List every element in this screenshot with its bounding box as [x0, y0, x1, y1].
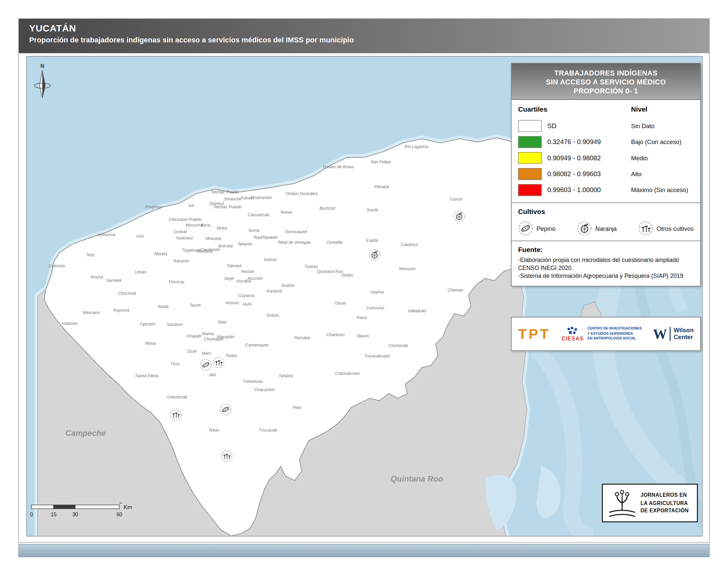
- legend-row: 0.98082 - 0.99603 Alto: [518, 166, 694, 182]
- quartiles-col-header: Cuartiles: [518, 106, 631, 113]
- legend-column-headers: Cuartiles Nivel: [518, 106, 694, 113]
- ciesas-text-line: CENTRO DE INVESTIGACIONES: [587, 327, 642, 332]
- map-label: Kinchil: [91, 274, 104, 279]
- map-label: Cuncunul: [366, 305, 384, 310]
- map-label: Suma: [248, 228, 259, 233]
- map-label: Motul: [217, 225, 227, 230]
- cultivo-item-naranja: Naranja: [577, 221, 617, 236]
- ciesas-icon: [567, 327, 579, 335]
- map-label: Kantunil: [267, 289, 282, 294]
- map-label: Maní: [202, 351, 211, 356]
- legend-body: Cuartiles Nivel SD Sin Dato 0.32476 - 0.…: [512, 100, 700, 286]
- ciesas-glyph: CIESAS: [562, 327, 584, 341]
- map-label: Umán: [135, 269, 146, 274]
- map-label: Panabá: [374, 184, 389, 189]
- map-label: Teya: [253, 235, 262, 240]
- range-label: 0.99603 - 1.00000: [547, 186, 631, 194]
- map-label: Tzucacab: [259, 428, 277, 433]
- wilson-center-logo: W Wilson Center: [653, 326, 694, 342]
- crop-marker-pepino: [201, 360, 211, 370]
- map-label: Sacalum: [167, 322, 183, 327]
- map-label: Valladolid: [408, 308, 426, 313]
- cultivo-label: Otros cultivos: [657, 225, 694, 232]
- ciesas-text: CENTRO DE INVESTIGACIONES Y ESTUDIOS SUP…: [587, 327, 642, 342]
- map-label: Chocholá: [118, 291, 136, 296]
- ciesas-text-line: EN ANTROPOLOGÍA SOCIAL: [587, 337, 642, 342]
- swatch-medio: [518, 152, 542, 164]
- map-label: Buctzotz: [319, 206, 336, 211]
- map-label: Ticul: [170, 361, 180, 366]
- jornaleros-text-line: JORNALEROS EN: [641, 492, 689, 499]
- map-label: Hocabá: [236, 278, 251, 284]
- cultivos-section-title: Cultivos: [518, 208, 694, 215]
- map-label: Yaxkukul: [176, 235, 193, 240]
- map-label: Mocochá: [186, 222, 203, 227]
- map-label: Tekom: [357, 334, 369, 339]
- map-label: Bokobá: [218, 243, 233, 248]
- map-label: San Felipe: [371, 159, 391, 164]
- map-label: Dzitás: [341, 272, 353, 277]
- page: YUCATÁN Proporción de trabajadores indíg…: [0, 0, 728, 563]
- swatch-alto: [518, 168, 542, 180]
- map-label: Tixpéhual: [182, 248, 200, 253]
- map-label: Dzán: [187, 349, 197, 354]
- level-label: Alto: [631, 170, 694, 177]
- map-label: Homún: [225, 301, 239, 305]
- swatch-sd: [518, 120, 542, 132]
- map-label: Teabo: [225, 353, 237, 358]
- map-label: Cenotillo: [326, 240, 343, 245]
- wilson-text: Wilson Center: [674, 327, 694, 341]
- fuente-line: -Elaboración propia con microdatos del c…: [518, 256, 694, 272]
- map-label: Tizimín: [449, 197, 463, 202]
- legend-title: TRABAJADORES INDÍGENAS SIN ACCESO A SERV…: [512, 64, 700, 100]
- level-label: Medio: [631, 154, 694, 161]
- tpt-logo: TPT: [518, 326, 551, 342]
- scalebar-unit: Km: [124, 504, 132, 510]
- map-label: Ixil: [189, 203, 194, 208]
- map-label: Espita: [366, 238, 378, 243]
- map-label: Sucilá: [366, 207, 378, 212]
- map-label: Progreso: [145, 204, 162, 209]
- state-label-campeche: Campeche: [66, 429, 106, 438]
- crop-marker-otros: [221, 451, 232, 461]
- ciesas-logo: CIESAS CENTRO DE INVESTIGACIONES Y ESTUD…: [562, 327, 642, 342]
- map-label: Sinanché: [224, 196, 241, 201]
- jornaleros-text-line: LA AGRICULTURA: [641, 499, 689, 507]
- map-label: Tixcacalcupul: [364, 353, 390, 358]
- map-label: Tekit: [217, 320, 226, 325]
- naranja-icon: [577, 221, 592, 236]
- map-label: Opichén: [140, 322, 156, 327]
- map-label: Sudzal: [281, 283, 295, 288]
- map-label: Maxcanú: [83, 310, 100, 315]
- map-label: Cacalchén: [200, 247, 220, 252]
- legend-title-line: SIN ACCESO A SERVICIO MÉDICO: [512, 77, 700, 85]
- range-label: 0.90949 - 0.98082: [547, 154, 631, 162]
- level-label: Bajo (Con acceso): [631, 138, 694, 145]
- map-label: Dzemul: [209, 201, 224, 206]
- map-label: Santa Elena: [135, 373, 158, 378]
- divider: [512, 203, 700, 203]
- map-label: Baca: [201, 222, 210, 227]
- jornaleros-text: JORNALEROS EN LA AGRICULTURA DE EXPORTAC…: [641, 492, 689, 515]
- level-col-header: Nivel: [631, 106, 694, 113]
- map-label: Tunkás: [304, 264, 318, 269]
- map-label: Dzoncauich: [285, 229, 307, 234]
- wilson-divider: [670, 327, 671, 341]
- map-label: Chapab: [186, 334, 201, 339]
- map-label: Mérida: [154, 251, 167, 256]
- range-label: 0.98082 - 0.99603: [547, 170, 631, 177]
- page-subtitle: Proporción de trabajadores indígenas sin…: [29, 36, 709, 44]
- cultivos-legend: Pepino Naranja Otros cultivos: [518, 221, 694, 236]
- map-label: Mama: [202, 331, 213, 336]
- map-label: Tecoh: [189, 303, 201, 308]
- map-label: Telchac Puerto: [211, 189, 239, 194]
- map-label: Tetiz: [86, 252, 95, 257]
- crop-marker-pepino: [220, 404, 231, 415]
- title-bar: YUCATÁN Proporción de trabajadores indíg…: [19, 19, 709, 53]
- map-label: Tahdziú: [278, 373, 293, 378]
- legend-panel: TRABAJADORES INDÍGENAS SIN ACCESO A SERV…: [511, 63, 701, 287]
- map-label: Cantamayec: [245, 343, 269, 348]
- map-label: Akil: [209, 372, 216, 377]
- partner-logos: TPT CIESAS CENTR: [511, 317, 701, 351]
- legend-row: 0.32476 - 0.90949 Bajo (Con acceso): [518, 134, 694, 150]
